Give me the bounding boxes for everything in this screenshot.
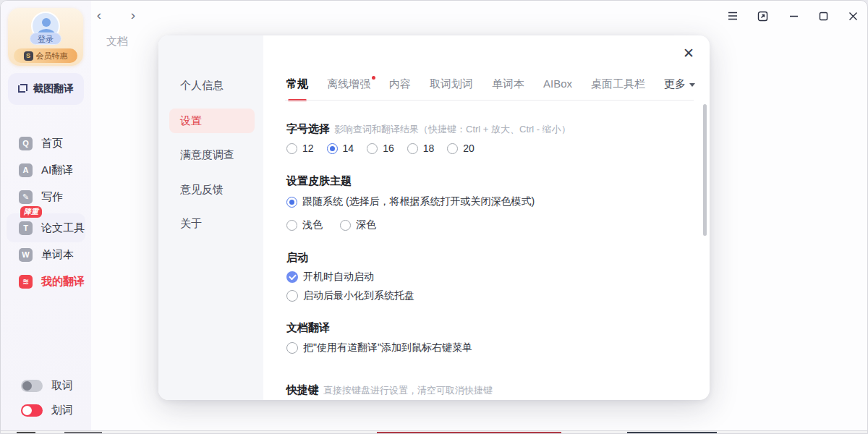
tab-more[interactable]: 更多	[664, 77, 695, 101]
close-window-icon[interactable]	[845, 8, 861, 24]
back-arrow-icon[interactable]: ‹	[92, 7, 106, 23]
vip-button[interactable]: S 会员特惠	[14, 48, 77, 63]
sidebar-item-my-translations[interactable]: ≋ 我的翻译	[1, 269, 91, 294]
mini-window-icon[interactable]	[754, 8, 770, 24]
theme-dark-option[interactable]: 深色	[340, 218, 376, 231]
dialog-nav-feedback[interactable]: 意见反馈	[169, 177, 255, 202]
sidebar-item-label: 写作	[41, 190, 63, 204]
tab-content[interactable]: 内容	[389, 77, 411, 101]
sidebar-item-label: 我的翻译	[41, 275, 85, 289]
word-select-toggle[interactable]	[21, 404, 43, 417]
tab-desktop-toolbar[interactable]: 桌面工具栏	[591, 77, 645, 101]
tab-general[interactable]: 常规	[286, 77, 308, 101]
avatar-person-icon	[42, 18, 51, 27]
sidebar-item-ai-translate[interactable]: A AI翻译	[1, 158, 91, 182]
tab-aibox[interactable]: AIBox	[543, 77, 572, 100]
sidebar-item-home[interactable]: Q 首页	[1, 131, 91, 156]
screenshot-translate-button[interactable]: 截图翻译	[8, 73, 84, 105]
maximize-icon[interactable]	[815, 8, 831, 24]
word-capture-row: 取词	[21, 378, 91, 393]
radio-selected-icon[interactable]	[327, 143, 338, 154]
menu-icon[interactable]	[725, 8, 741, 24]
sidebar-item-wordbook[interactable]: W 单词本	[1, 242, 91, 267]
minimize-icon[interactable]	[786, 8, 801, 24]
radio-icon[interactable]	[447, 143, 458, 154]
vip-coin-icon: S	[24, 51, 33, 61]
font-size-hint: 影响查词和翻译结果（快捷键：Ctrl + 放大、Ctrl - 缩小）	[334, 124, 571, 135]
theme-light-dark-row: 浅色 深色	[286, 218, 376, 231]
ai-icon: A	[19, 163, 33, 177]
radio-icon[interactable]	[367, 143, 378, 154]
dialog-nav-profile[interactable]: 个人信息	[169, 73, 255, 98]
startup-autostart-row: 开机时自动启动	[286, 271, 374, 284]
dialog-nav-survey[interactable]: 满意度调查	[169, 142, 255, 167]
bottom-edge-artifact	[1, 430, 868, 434]
tab-word-capture[interactable]: 取词划词	[430, 77, 473, 101]
font-size-option-18[interactable]: 18	[407, 142, 435, 154]
startup-tray-row: 启动后最小化到系统托盘	[286, 289, 414, 302]
home-search-icon: Q	[19, 137, 33, 150]
word-select-label: 划词	[51, 404, 73, 417]
word-select-row: 划词	[21, 403, 91, 417]
font-size-option-16[interactable]: 16	[367, 142, 394, 154]
settings-dialog: 个人信息 设置 满意度调查 意见反馈 关于 ✕ 常规 离线增强 内容 取词划词 …	[158, 35, 710, 400]
checkbox-unchecked-icon[interactable]	[286, 290, 298, 302]
doc-translate-row: 把"使用有道翻译"添加到鼠标右键菜单	[286, 341, 472, 354]
doc-translate-section-title: 文档翻译	[286, 321, 330, 335]
minimize-tray-option[interactable]: 启动后最小化到系统托盘	[286, 289, 414, 302]
dialog-scrollbar[interactable]	[703, 104, 707, 236]
app-window: 登录 S 会员特惠 截图翻译 降重 Q 首页 A AI翻译 ✎ 写作 T 论文工…	[0, 0, 868, 434]
radio-icon[interactable]	[286, 143, 297, 154]
paper-tools-icon: T	[19, 221, 33, 235]
radio-icon[interactable]	[340, 220, 351, 231]
tab-offline[interactable]: 离线增强	[327, 77, 370, 101]
radio-icon[interactable]	[407, 143, 418, 154]
theme-section-title: 设置皮肤主题	[286, 174, 352, 188]
vip-label: 会员特惠	[36, 51, 68, 61]
startup-section-title: 启动	[286, 251, 308, 265]
checkbox-checked-icon[interactable]	[286, 271, 298, 283]
checkbox-unchecked-icon[interactable]	[286, 342, 298, 354]
font-size-section-title: 字号选择影响查词和翻译结果（快捷键：Ctrl + 放大、Ctrl - 缩小）	[286, 122, 571, 136]
word-capture-toggle[interactable]	[21, 380, 43, 392]
tabs-divider	[285, 100, 694, 101]
screenshot-translate-label: 截图翻译	[33, 82, 74, 95]
dialog-nav: 个人信息 设置 满意度调查 意见反馈 关于	[158, 35, 263, 400]
login-badge[interactable]: 登录	[30, 33, 61, 45]
font-size-option-14[interactable]: 14	[327, 142, 354, 154]
dialog-nav-about[interactable]: 关于	[169, 211, 255, 236]
sidebar-item-label: AI翻译	[41, 163, 73, 177]
dialog-nav-settings[interactable]: 设置	[169, 109, 255, 133]
dialog-body: 常规 离线增强 内容 取词划词 单词本 AIBox 桌面工具栏 更多 字号选择影…	[263, 35, 710, 400]
pen-icon: ✎	[19, 190, 33, 204]
tab-wordbook[interactable]: 单词本	[492, 77, 524, 101]
font-size-options: 12 14 16 18 20	[286, 142, 475, 154]
font-size-option-20[interactable]: 20	[447, 142, 475, 154]
radio-selected-icon[interactable]	[286, 197, 297, 208]
radio-icon[interactable]	[286, 220, 297, 231]
crop-icon	[18, 84, 28, 94]
notification-dot	[372, 76, 375, 80]
word-capture-label: 取词	[51, 379, 73, 393]
my-translations-icon: ≋	[19, 275, 33, 289]
sidebar-item-writing[interactable]: ✎ 写作	[1, 184, 91, 209]
sidebar-item-label: 单词本	[41, 248, 74, 262]
autostart-option[interactable]: 开机时自动启动	[286, 271, 374, 284]
font-size-option-12[interactable]: 12	[286, 142, 314, 154]
settings-tabs: 常规 离线增强 内容 取词划词 单词本 AIBox 桌面工具栏 更多	[286, 77, 692, 101]
sidebar-item-label: 论文工具	[41, 221, 85, 235]
theme-follow-system-option[interactable]: 跟随系统 (选择后，将根据系统打开或关闭深色模式)	[286, 195, 535, 208]
user-card[interactable]: 登录 S 会员特惠	[8, 8, 83, 66]
theme-light-option[interactable]: 浅色	[286, 218, 323, 231]
wordbook-icon: W	[19, 248, 33, 262]
context-menu-option[interactable]: 把"使用有道翻译"添加到鼠标右键菜单	[286, 341, 472, 354]
hotkey-section-title: 快捷键直接按键盘进行设置，清空可取消快捷键	[286, 383, 493, 397]
forward-arrow-icon[interactable]: ›	[126, 7, 140, 23]
sidebar-item-label: 首页	[41, 137, 63, 150]
sidebar: 登录 S 会员特惠 截图翻译 降重 Q 首页 A AI翻译 ✎ 写作 T 论文工…	[1, 1, 91, 430]
theme-follow-system-row: 跟随系统 (选择后，将根据系统打开或关闭深色模式)	[286, 195, 535, 208]
sidebar-item-paper-tools[interactable]: T 论文工具	[1, 216, 91, 240]
hotkey-hint: 直接按键盘进行设置，清空可取消快捷键	[323, 385, 493, 396]
document-tab[interactable]: 文档	[106, 35, 128, 48]
chevron-down-icon	[689, 83, 695, 87]
